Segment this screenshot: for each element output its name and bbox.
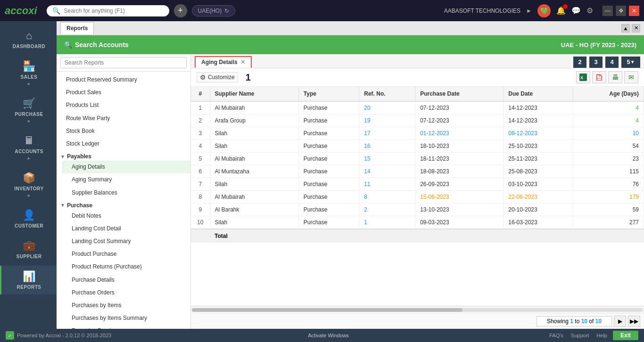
user-avatar[interactable]: 💚 [537, 4, 551, 17]
cell-ref-no[interactable]: 8 [359, 191, 415, 204]
tree-item-product-returns[interactable]: Product Returns (Purchase) [62, 261, 190, 273]
tab-close-icon[interactable]: ✕ [240, 59, 245, 65]
tree-item-recurring-purchases[interactable]: Recurring Purchases [62, 325, 190, 329]
tree-item-purchases-by-items[interactable]: Purchases by Items [62, 299, 190, 312]
sidebar-item-sales[interactable]: 🏪 SALES ► [0, 56, 57, 91]
sidebar-item-reports[interactable]: 📊 REPORTS [0, 266, 57, 294]
tree-item-supplier-balances[interactable]: Supplier Balances [62, 187, 190, 199]
tab-num-2[interactable]: 2 [573, 57, 586, 68]
print-button[interactable]: 🖶 [608, 71, 622, 83]
col-header-type: Type [298, 87, 359, 101]
sidebar-label-dashboard: DASHBOARD [13, 44, 46, 49]
close-button[interactable]: ✕ [629, 6, 639, 16]
cell-ref-no[interactable]: 15 [359, 153, 415, 165]
search-accounts-button[interactable]: 🔍 Search Accounts [64, 41, 129, 49]
tree-item-purchase-details[interactable]: Purchase Details [62, 274, 190, 286]
cell-num: 10 [191, 216, 210, 229]
email-button[interactable]: ✉ [624, 71, 638, 83]
settings-icon[interactable]: ⚙ [586, 6, 593, 15]
table-row: 4 Silah Purchase 16 18-10-2023 25-10-202… [191, 140, 644, 153]
help-link[interactable]: Help [596, 333, 607, 338]
support-link[interactable]: Support [571, 333, 589, 338]
search-icon: 🔍 [52, 7, 60, 15]
tab-num-5[interactable]: 5 ▼ [621, 57, 640, 68]
cell-ref-no[interactable]: 17 [359, 127, 415, 140]
purchase-arrow-icon: ► [27, 119, 31, 123]
tree-item-landing-cost-summary[interactable]: Landing Cost Summary [62, 235, 190, 248]
sidebar-item-customer[interactable]: 👤 CUSTOMER [0, 204, 57, 233]
tree-item-purchases-by-items-summary[interactable]: Purchases by Items Summary [62, 312, 190, 325]
page-next-button[interactable]: ▶ [614, 316, 626, 327]
tree-group-purchase[interactable]: ▼ Purchase [57, 199, 190, 210]
page-last-button[interactable]: ▶▶ [628, 316, 640, 327]
table-footer-row: Total [191, 229, 644, 243]
cell-ref-no[interactable]: 16 [359, 140, 415, 153]
tree-item-purchase-orders[interactable]: Purchase Orders [62, 286, 190, 299]
tab-nav-prev[interactable]: ▲ [621, 24, 630, 33]
horizontal-scrollbar[interactable] [191, 306, 644, 313]
cell-ref-no[interactable]: 20 [359, 101, 415, 114]
table-header-row: # Supplier Name Type Ref. No. Purchase D… [191, 87, 644, 101]
notifications-icon[interactable]: 🔔 [556, 6, 566, 15]
inventory-arrow-icon: ► [27, 193, 31, 198]
supplier-icon: 💼 [23, 240, 35, 252]
tree-item-products-list[interactable]: Products List [57, 99, 190, 112]
restore-button[interactable]: ❖ [616, 6, 626, 16]
tab-num-4[interactable]: 4 [605, 57, 619, 68]
sales-icon: 🏪 [23, 60, 35, 73]
customer-icon: 👤 [23, 209, 35, 221]
sidebar-item-inventory[interactable]: 📦 INVENTORY ► [0, 167, 57, 203]
cell-type: Purchase [298, 140, 359, 153]
cell-ref-no[interactable]: 1 [359, 216, 415, 229]
tree-item-aging-details[interactable]: Aging Details [62, 161, 190, 173]
exit-button[interactable]: Exit [613, 331, 638, 340]
refresh-icon[interactable]: ↻ [224, 8, 229, 14]
tree-item-aging-summary[interactable]: Aging Summary [62, 173, 190, 186]
tab-controls: ▲ ✕ [621, 24, 640, 33]
sidebar-item-purchase[interactable]: 🛒 PURCHASE ► [0, 93, 57, 128]
tree-item-product-sales[interactable]: Product Sales [57, 86, 190, 99]
tab-num-3[interactable]: 3 [589, 57, 603, 68]
scroll-track[interactable] [192, 308, 643, 312]
cell-due-date: 25-11-2023 [504, 153, 573, 165]
cell-age-days: 76 [573, 178, 644, 191]
customize-button[interactable]: ⚙ Customize [197, 72, 238, 82]
export-pdf-button[interactable]: PDF [592, 71, 606, 83]
add-button[interactable]: + [174, 4, 187, 17]
tree-item-stock-ledger[interactable]: Stock Ledger [57, 138, 190, 150]
export-excel-button[interactable]: X [576, 71, 590, 83]
search-reports-input[interactable] [60, 57, 187, 68]
cell-due-date: 22-06-2023 [504, 191, 573, 204]
global-search-input[interactable] [64, 8, 164, 14]
cell-num: 7 [191, 178, 210, 191]
sidebar-item-accounts[interactable]: 🖩 ACCOUNTS ► [0, 130, 57, 165]
company-name: AABASOFT TECHNOLOGIES [444, 8, 520, 14]
app-logo: accoxi [5, 5, 37, 17]
tree-item-landing-cost-detail[interactable]: Landing Cost Detail [62, 222, 190, 235]
global-search-bar[interactable]: 🔍 [47, 5, 169, 16]
cell-age-days: 115 [573, 165, 644, 178]
sidebar-item-supplier[interactable]: 💼 SUPPLIER [0, 235, 57, 264]
minimize-button[interactable]: — [603, 6, 613, 16]
cell-ref-no[interactable]: 11 [359, 178, 415, 191]
messages-icon[interactable]: 💬 [571, 6, 581, 15]
cell-ref-no[interactable]: 14 [359, 165, 415, 178]
faqs-link[interactable]: FAQ's [549, 333, 563, 338]
cell-type: Purchase [298, 127, 359, 140]
tree-item-route-wise-party[interactable]: Route Wise Party [57, 112, 190, 125]
table-row: 8 Al Mubairah Purchase 8 15-06-2023 22-0… [191, 191, 644, 204]
tree-item-product-purchase[interactable]: Product Purchase [62, 248, 190, 261]
cell-ref-no[interactable]: 19 [359, 114, 415, 127]
tree-item-debit-notes[interactable]: Debit Notes [62, 210, 190, 222]
tree-item-stock-book[interactable]: Stock Book [57, 125, 190, 138]
cell-age-days: 23 [573, 153, 644, 165]
reports-main-tab[interactable]: Reports [60, 22, 94, 34]
table-row: 3 Silah Purchase 17 01-12-2023 08-12-202… [191, 127, 644, 140]
sidebar-item-dashboard[interactable]: ⌂ DASHBOARD [0, 25, 57, 54]
right-panel: Aging Details ✕ 2 3 4 5 ▼ [191, 54, 644, 329]
tab-nav-next[interactable]: ✕ [632, 24, 640, 33]
tree-item-product-reserved-summary[interactable]: Product Reserved Summary [57, 73, 190, 86]
cell-ref-no[interactable]: 2 [359, 204, 415, 216]
tab-aging-details[interactable]: Aging Details ✕ [195, 56, 252, 68]
tree-group-payables[interactable]: ▼ Payables [57, 150, 190, 161]
